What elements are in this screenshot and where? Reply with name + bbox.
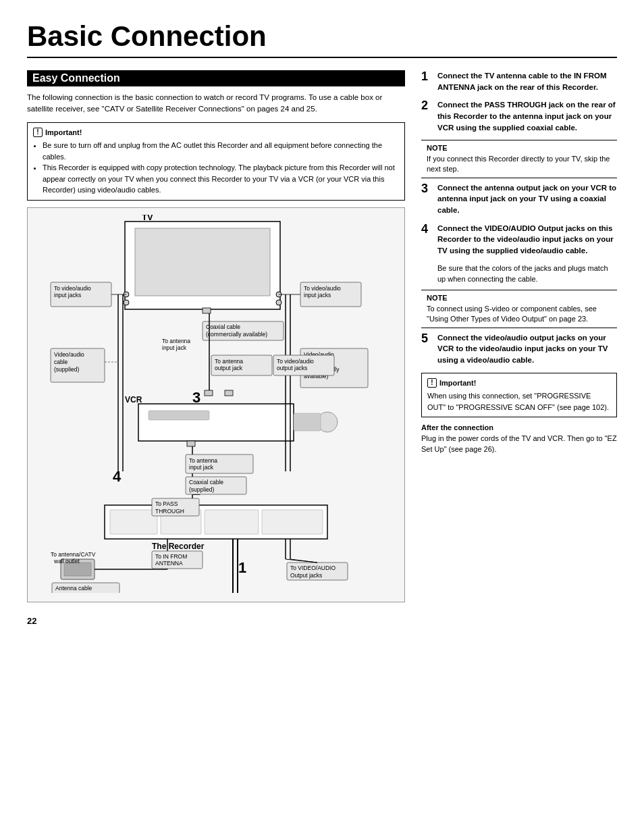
important-box-2: ! Important! When using this connection,… — [421, 373, 617, 418]
diagram-area: TV VCR The Recorder — [27, 207, 405, 602]
step-5-number: 5 — [421, 332, 433, 346]
svg-text:(commercially available): (commercially available) — [55, 592, 117, 593]
section-title: Easy Connection — [27, 70, 405, 86]
svg-text:output jacks: output jacks — [277, 365, 307, 371]
step-1-number: 1 — [421, 70, 433, 84]
important-bullet-1: Be sure to turn off and unplug from the … — [43, 140, 399, 162]
intro-text: The following connection is the basic co… — [27, 92, 405, 115]
svg-text:The Recorder: The Recorder — [152, 542, 205, 551]
svg-text:To video/audio: To video/audio — [304, 285, 341, 292]
connection-diagram: TV VCR The Recorder — [34, 215, 398, 593]
svg-text:To antenna/CATV: To antenna/CATV — [51, 551, 96, 558]
svg-text:input jack: input jack — [162, 344, 187, 351]
svg-rect-62 — [187, 441, 195, 446]
svg-text:To antenna: To antenna — [162, 338, 190, 344]
important-bullet-2: This Recorder is equipped with copy prot… — [43, 162, 399, 196]
svg-text:(supplied): (supplied) — [54, 366, 79, 373]
svg-text:input jack: input jack — [189, 464, 214, 471]
svg-line-92 — [290, 559, 317, 563]
note-1-text: If you connect this Recorder directly to… — [427, 154, 612, 175]
note-2: NOTE To connect using S-video or compone… — [421, 290, 617, 328]
note-2-title: NOTE — [427, 293, 612, 303]
step-5-text: Connect the video/audio output jacks on … — [437, 332, 617, 366]
svg-text:4: 4 — [113, 468, 122, 485]
svg-rect-53 — [205, 390, 213, 396]
after-connection-text: Plug in the power cords of the TV and VC… — [421, 434, 617, 455]
important-title: ! Important! — [33, 127, 399, 138]
step-1-text: Connect the TV antenna cable to the IN F… — [437, 70, 617, 93]
step-3-text: Connect the antenna output jack on your … — [437, 182, 617, 216]
svg-text:input jacks: input jacks — [54, 292, 81, 298]
important-box: ! Important! Be sure to turn off and unp… — [27, 122, 405, 201]
svg-text:To video/audio: To video/audio — [54, 285, 91, 292]
svg-text:ANTENNA: ANTENNA — [155, 560, 183, 567]
svg-rect-5 — [149, 411, 209, 420]
svg-rect-75 — [64, 563, 91, 576]
svg-rect-54 — [225, 390, 233, 396]
left-column: Easy Connection The following connection… — [27, 70, 405, 626]
important-2-title: ! Important! — [427, 377, 611, 389]
step-3: 3 Connect the antenna output jack on you… — [421, 182, 617, 216]
svg-text:Video/audio: Video/audio — [54, 351, 84, 358]
svg-rect-10 — [110, 510, 157, 534]
step-5: 5 Connect the video/audio output jacks o… — [421, 332, 617, 366]
svg-text:To IN FROM: To IN FROM — [155, 553, 187, 560]
step-4: 4 Connect the VIDEO/AUDIO Output jacks o… — [421, 223, 617, 257]
svg-text:VCR: VCR — [125, 395, 142, 405]
svg-text:Coaxial cable: Coaxial cable — [206, 323, 240, 330]
svg-text:3: 3 — [192, 389, 200, 406]
svg-text:To video/audio: To video/audio — [277, 358, 314, 365]
svg-text:input jacks: input jacks — [304, 292, 331, 298]
svg-text:(supplied): (supplied) — [189, 486, 214, 493]
step-3-number: 3 — [421, 182, 433, 196]
step-2: 2 Connect the PASS THROUGH jack on the r… — [421, 99, 617, 133]
note-1: NOTE If you connect this Recorder direct… — [421, 140, 617, 178]
note-2-text: To connect using S-video or component ca… — [427, 304, 612, 325]
svg-point-33 — [276, 300, 281, 305]
svg-rect-12 — [205, 510, 259, 534]
svg-rect-46 — [203, 308, 211, 313]
svg-text:To antenna: To antenna — [189, 457, 217, 464]
svg-text:cable: cable — [54, 359, 68, 365]
step-2-text: Connect the PASS THROUGH jack on the rea… — [437, 99, 617, 133]
svg-rect-13 — [262, 510, 323, 534]
step-4-text: Connect the VIDEO/AUDIO Output jacks on … — [437, 223, 617, 257]
right-column: 1 Connect the TV antenna cable to the IN… — [421, 70, 617, 626]
step-4-number: 4 — [421, 223, 433, 236]
step-1: 1 Connect the TV antenna cable to the IN… — [421, 70, 617, 93]
svg-text:(commercially available): (commercially available) — [206, 331, 267, 338]
page-number: 22 — [27, 616, 405, 626]
svg-point-20 — [124, 300, 129, 305]
svg-text:To antenna: To antenna — [215, 358, 243, 365]
svg-text:1: 1 — [238, 559, 246, 576]
svg-rect-3 — [138, 404, 294, 441]
important-icon-2: ! — [427, 378, 437, 388]
note-1-title: NOTE — [427, 143, 612, 153]
svg-text:Output jacks: Output jacks — [290, 572, 322, 579]
step-2-number: 2 — [421, 99, 433, 113]
svg-text:To VIDEO/AUDIO: To VIDEO/AUDIO — [290, 565, 336, 571]
important-2-text: When using this connection, set "PROGRES… — [427, 390, 611, 413]
svg-text:wall outlet: wall outlet — [53, 558, 80, 565]
svg-text:To PASS: To PASS — [155, 500, 178, 507]
important-icon: ! — [33, 128, 43, 137]
svg-text:output jack: output jack — [215, 365, 243, 371]
svg-text:Coaxial cable: Coaxial cable — [189, 479, 223, 486]
page-title: Basic Connection — [27, 20, 617, 58]
after-connection: After the connection Plug in the power c… — [421, 423, 617, 455]
svg-rect-2 — [135, 228, 270, 296]
svg-text:TV: TV — [142, 215, 153, 222]
step-4-note: Be sure that the colors of the jacks and… — [437, 263, 617, 285]
svg-text:Antenna cable: Antenna cable — [55, 585, 92, 592]
after-connection-title: After the connection — [421, 423, 617, 434]
svg-rect-7 — [294, 413, 321, 431]
svg-text:THROUGH: THROUGH — [155, 508, 184, 515]
